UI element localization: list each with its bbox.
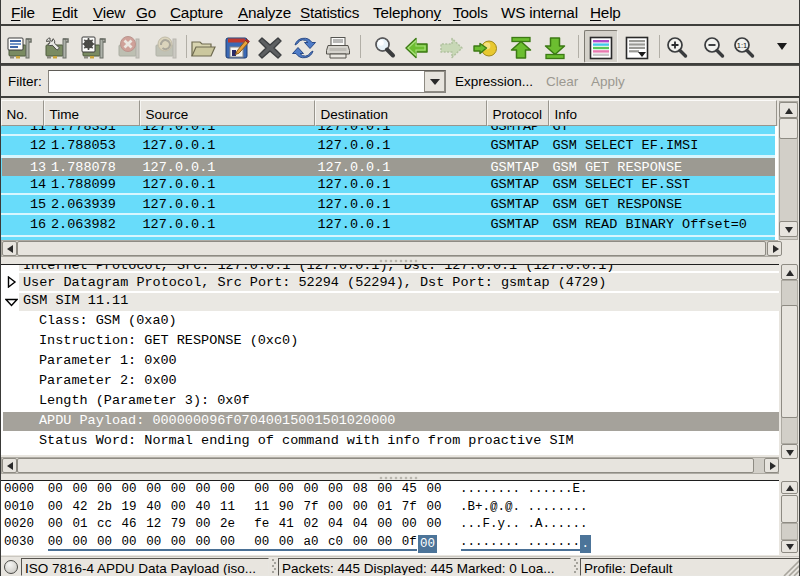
svg-text:1:1: 1:1 xyxy=(737,41,747,50)
